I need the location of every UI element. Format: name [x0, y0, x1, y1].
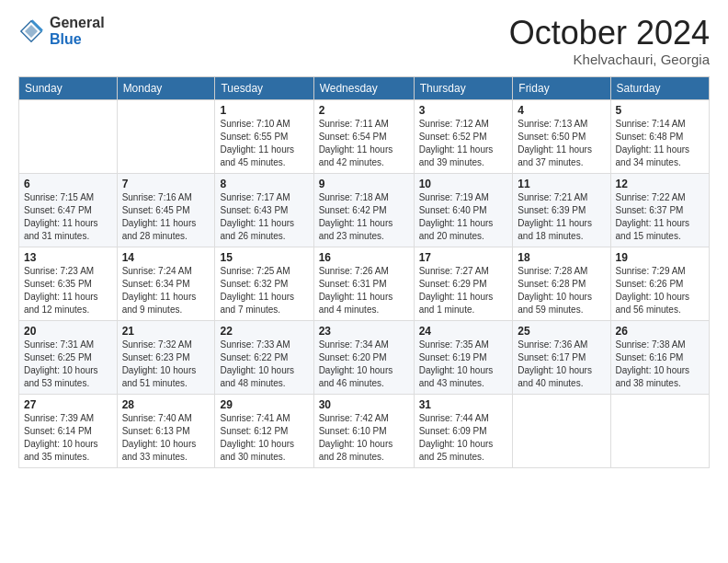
month-title: October 2024 — [509, 15, 710, 52]
weekday-header-monday: Monday — [117, 76, 215, 99]
calendar-cell: 21Sunrise: 7:32 AM Sunset: 6:23 PM Dayli… — [117, 320, 215, 394]
day-number: 24 — [419, 325, 508, 338]
calendar-cell — [610, 394, 709, 467]
calendar-cell: 8Sunrise: 7:17 AM Sunset: 6:43 PM Daylig… — [215, 173, 313, 247]
title-block: October 2024 Khelvachauri, Georgia — [509, 15, 710, 67]
calendar-cell — [117, 99, 215, 173]
page: General Blue October 2024 Khelvachauri, … — [0, 0, 728, 563]
day-number: 7 — [122, 178, 210, 190]
day-info: Sunrise: 7:19 AM Sunset: 6:40 PM Dayligh… — [419, 191, 508, 243]
calendar-cell: 14Sunrise: 7:24 AM Sunset: 6:34 PM Dayli… — [117, 247, 215, 320]
day-number: 21 — [122, 325, 210, 338]
day-number: 9 — [319, 178, 409, 190]
weekday-header-tuesday: Tuesday — [215, 76, 313, 99]
day-info: Sunrise: 7:26 AM Sunset: 6:31 PM Dayligh… — [319, 265, 409, 316]
calendar-cell: 3Sunrise: 7:12 AM Sunset: 6:52 PM Daylig… — [414, 99, 513, 173]
logo-general-text: General — [50, 15, 105, 31]
calendar-table: SundayMondayTuesdayWednesdayThursdayFrid… — [18, 76, 710, 468]
calendar-cell: 16Sunrise: 7:26 AM Sunset: 6:31 PM Dayli… — [313, 247, 414, 320]
calendar-cell: 5Sunrise: 7:14 AM Sunset: 6:48 PM Daylig… — [610, 99, 709, 173]
day-info: Sunrise: 7:18 AM Sunset: 6:42 PM Dayligh… — [319, 191, 409, 243]
day-info: Sunrise: 7:24 AM Sunset: 6:34 PM Dayligh… — [122, 265, 210, 316]
day-info: Sunrise: 7:28 AM Sunset: 6:28 PM Dayligh… — [518, 265, 605, 316]
calendar-cell: 6Sunrise: 7:15 AM Sunset: 6:47 PM Daylig… — [19, 173, 118, 247]
week-row-2: 6Sunrise: 7:15 AM Sunset: 6:47 PM Daylig… — [19, 173, 710, 247]
header: General Blue October 2024 Khelvachauri, … — [18, 15, 710, 67]
calendar-cell: 11Sunrise: 7:21 AM Sunset: 6:39 PM Dayli… — [513, 173, 610, 247]
calendar-cell: 28Sunrise: 7:40 AM Sunset: 6:13 PM Dayli… — [117, 394, 215, 467]
day-info: Sunrise: 7:40 AM Sunset: 6:13 PM Dayligh… — [122, 412, 210, 464]
calendar-cell: 15Sunrise: 7:25 AM Sunset: 6:32 PM Dayli… — [215, 247, 313, 320]
day-number: 8 — [220, 178, 308, 190]
calendar-cell: 31Sunrise: 7:44 AM Sunset: 6:09 PM Dayli… — [414, 394, 513, 467]
day-info: Sunrise: 7:23 AM Sunset: 6:35 PM Dayligh… — [24, 265, 112, 316]
day-info: Sunrise: 7:25 AM Sunset: 6:32 PM Dayligh… — [220, 265, 308, 316]
logo-text: General Blue — [50, 15, 105, 47]
day-number: 15 — [220, 251, 308, 264]
day-number: 10 — [419, 178, 508, 190]
day-info: Sunrise: 7:29 AM Sunset: 6:26 PM Dayligh… — [616, 265, 704, 316]
calendar-cell: 23Sunrise: 7:34 AM Sunset: 6:20 PM Dayli… — [313, 320, 414, 394]
day-info: Sunrise: 7:15 AM Sunset: 6:47 PM Dayligh… — [24, 191, 112, 243]
day-info: Sunrise: 7:33 AM Sunset: 6:22 PM Dayligh… — [220, 339, 308, 390]
day-info: Sunrise: 7:42 AM Sunset: 6:10 PM Dayligh… — [319, 412, 409, 464]
day-info: Sunrise: 7:31 AM Sunset: 6:25 PM Dayligh… — [24, 339, 112, 390]
calendar-cell: 13Sunrise: 7:23 AM Sunset: 6:35 PM Dayli… — [19, 247, 118, 320]
day-number: 14 — [122, 251, 210, 264]
day-number: 12 — [616, 178, 704, 190]
day-number: 16 — [319, 251, 409, 264]
weekday-header-sunday: Sunday — [19, 76, 118, 99]
day-info: Sunrise: 7:21 AM Sunset: 6:39 PM Dayligh… — [518, 191, 605, 243]
day-info: Sunrise: 7:44 AM Sunset: 6:09 PM Dayligh… — [419, 412, 508, 464]
day-number: 26 — [616, 325, 704, 338]
day-number: 31 — [419, 398, 508, 411]
day-number: 5 — [616, 104, 704, 117]
calendar-cell: 26Sunrise: 7:38 AM Sunset: 6:16 PM Dayli… — [610, 320, 709, 394]
weekday-header-row: SundayMondayTuesdayWednesdayThursdayFrid… — [19, 76, 710, 99]
day-number: 30 — [319, 398, 409, 411]
day-info: Sunrise: 7:35 AM Sunset: 6:19 PM Dayligh… — [419, 339, 508, 390]
day-info: Sunrise: 7:11 AM Sunset: 6:54 PM Dayligh… — [319, 118, 409, 169]
day-number: 3 — [419, 104, 508, 117]
day-number: 4 — [518, 104, 605, 117]
day-number: 29 — [220, 398, 308, 411]
day-number: 22 — [220, 325, 308, 338]
logo-blue-text: Blue — [50, 31, 105, 48]
day-info: Sunrise: 7:13 AM Sunset: 6:50 PM Dayligh… — [518, 118, 605, 169]
calendar-cell: 29Sunrise: 7:41 AM Sunset: 6:12 PM Dayli… — [215, 394, 313, 467]
logo: General Blue — [18, 15, 105, 47]
day-number: 19 — [616, 251, 704, 264]
day-number: 20 — [24, 325, 112, 338]
calendar-cell: 7Sunrise: 7:16 AM Sunset: 6:45 PM Daylig… — [117, 173, 215, 247]
day-number: 25 — [518, 325, 605, 338]
day-info: Sunrise: 7:27 AM Sunset: 6:29 PM Dayligh… — [419, 265, 508, 316]
calendar-cell: 1Sunrise: 7:10 AM Sunset: 6:55 PM Daylig… — [215, 99, 313, 173]
day-info: Sunrise: 7:36 AM Sunset: 6:17 PM Dayligh… — [518, 339, 605, 390]
calendar-cell: 22Sunrise: 7:33 AM Sunset: 6:22 PM Dayli… — [215, 320, 313, 394]
location: Khelvachauri, Georgia — [509, 52, 710, 67]
day-info: Sunrise: 7:38 AM Sunset: 6:16 PM Dayligh… — [616, 339, 704, 390]
day-number: 11 — [518, 178, 605, 190]
calendar-cell: 19Sunrise: 7:29 AM Sunset: 6:26 PM Dayli… — [610, 247, 709, 320]
calendar-cell: 9Sunrise: 7:18 AM Sunset: 6:42 PM Daylig… — [313, 173, 414, 247]
day-number: 27 — [24, 398, 112, 411]
weekday-header-saturday: Saturday — [610, 76, 709, 99]
calendar-cell: 4Sunrise: 7:13 AM Sunset: 6:50 PM Daylig… — [513, 99, 610, 173]
day-number: 18 — [518, 251, 605, 264]
calendar-cell: 2Sunrise: 7:11 AM Sunset: 6:54 PM Daylig… — [313, 99, 414, 173]
calendar-cell — [513, 394, 610, 467]
weekday-header-thursday: Thursday — [414, 76, 513, 99]
weekday-header-wednesday: Wednesday — [313, 76, 414, 99]
day-info: Sunrise: 7:32 AM Sunset: 6:23 PM Dayligh… — [122, 339, 210, 390]
day-info: Sunrise: 7:10 AM Sunset: 6:55 PM Dayligh… — [220, 118, 308, 169]
day-info: Sunrise: 7:16 AM Sunset: 6:45 PM Dayligh… — [122, 191, 210, 243]
day-number: 28 — [122, 398, 210, 411]
day-info: Sunrise: 7:22 AM Sunset: 6:37 PM Dayligh… — [616, 191, 704, 243]
calendar-cell: 18Sunrise: 7:28 AM Sunset: 6:28 PM Dayli… — [513, 247, 610, 320]
calendar-cell: 25Sunrise: 7:36 AM Sunset: 6:17 PM Dayli… — [513, 320, 610, 394]
day-number: 17 — [419, 251, 508, 264]
day-number: 23 — [319, 325, 409, 338]
day-info: Sunrise: 7:34 AM Sunset: 6:20 PM Dayligh… — [319, 339, 409, 390]
day-info: Sunrise: 7:39 AM Sunset: 6:14 PM Dayligh… — [24, 412, 112, 464]
week-row-4: 20Sunrise: 7:31 AM Sunset: 6:25 PM Dayli… — [19, 320, 710, 394]
